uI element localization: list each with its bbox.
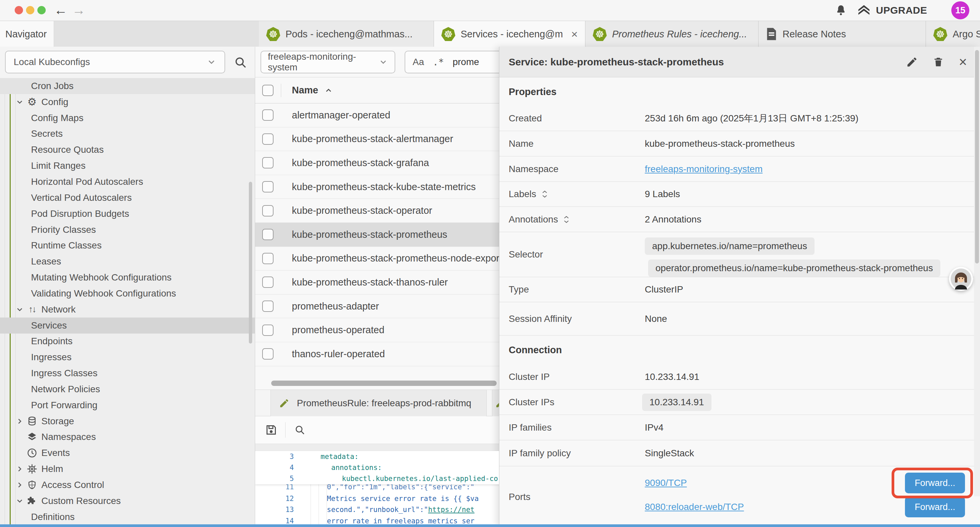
port-link[interactable]: 9090/TCP [645, 478, 687, 488]
line-number: 5 [255, 474, 305, 482]
sidebar-item-resource-quotas[interactable]: Resource Quotas [0, 142, 255, 158]
sidebar-item-services[interactable]: Services [0, 318, 255, 334]
horizontal-scrollbar[interactable] [255, 377, 499, 390]
traffic-light-close[interactable] [15, 6, 23, 14]
table-row[interactable]: kube-prometheus-stack-alertmanager [255, 127, 499, 151]
property-row-created: Created253d 16h 6m ago (2025年1月13日 GMT+8… [500, 106, 980, 131]
table-search-input[interactable]: Aa .* prome [405, 51, 499, 73]
sidebar-item-secrets[interactable]: Secrets [0, 126, 255, 142]
sidebar-item-horizontal-pod-autoscalers[interactable]: Horizontal Pod Autoscalers [0, 174, 255, 190]
sidebar-item-definitions[interactable]: Definitions [0, 509, 255, 525]
table-row[interactable]: kube-prometheus-stack-operator [255, 199, 499, 223]
kubeconfig-select[interactable]: Local Kubeconfigs [5, 51, 225, 73]
sidebar-item-access-control[interactable]: Access Control [0, 477, 255, 493]
editor-search-icon[interactable] [294, 424, 306, 436]
sidebar-item-helm[interactable]: Helm [0, 461, 255, 477]
assistant-avatar[interactable] [949, 267, 973, 291]
forward-button[interactable]: → [72, 3, 85, 18]
sidebar-item-validating-webhook-configurations[interactable]: Validating Webhook Configurations [0, 285, 255, 301]
row-checkbox[interactable] [262, 253, 274, 264]
upgrade-button[interactable]: UPGRADE [857, 3, 927, 18]
sidebar-item-storage[interactable]: Storage [0, 413, 255, 429]
traffic-light-maximize[interactable] [37, 6, 46, 14]
select-all-checkbox[interactable] [262, 85, 274, 96]
table-row[interactable]: kube-prometheus-stack-prometheus-node-ex… [255, 247, 499, 271]
sidebar-scrollbar[interactable] [249, 182, 252, 344]
sidebar-item-ingresses[interactable]: Ingresses [0, 349, 255, 365]
table-row[interactable]: thanos-ruler-operated [255, 342, 499, 366]
profile-badge[interactable]: 15 [951, 2, 969, 19]
sidebar-item-config-maps[interactable]: Config Maps [0, 110, 255, 126]
sidebar-item-priority-classes[interactable]: Priority Classes [0, 222, 255, 238]
sidebar-item-namespaces[interactable]: Namespaces [0, 429, 255, 445]
property-row-selector: Selectorapp.kubernetes.io/name=prometheu… [500, 232, 980, 277]
row-checkbox[interactable] [262, 229, 274, 240]
sidebar-item-events[interactable]: Events [0, 445, 255, 461]
sidebar-item-runtime-classes[interactable]: Runtime Classes [0, 237, 255, 253]
namespace-select[interactable]: freeleaps-monitoring-system [261, 51, 395, 73]
tab-close-icon[interactable]: × [568, 28, 578, 41]
property-link[interactable]: freeleaps-monitoring-system [645, 164, 762, 174]
line-number: 4 [255, 463, 305, 471]
edit-pencil-icon[interactable] [906, 56, 918, 68]
close-icon[interactable]: × [959, 55, 967, 69]
traffic-light-minimize[interactable] [26, 6, 34, 14]
sidebar-item-custom-resources[interactable]: Custom Resources [0, 493, 255, 509]
tab-prometheus[interactable]: ☸Prometheus Rules - icecheng... [585, 21, 759, 47]
tab-argo[interactable]: ☸Argo Se... [926, 21, 980, 47]
row-checkbox[interactable] [262, 110, 274, 121]
row-checkbox[interactable] [262, 157, 274, 169]
sort-icon[interactable] [563, 215, 570, 224]
tab-pods[interactable]: ☸Pods - icecheng@mathmas... [259, 21, 434, 47]
match-case-icon[interactable]: Aa [413, 57, 424, 67]
detail-scrollbar-thumb[interactable] [975, 50, 979, 263]
row-checkbox[interactable] [262, 134, 274, 145]
back-button[interactable]: ← [54, 3, 67, 18]
sidebar-item-network[interactable]: ↑↓Network [0, 301, 255, 318]
code-token: 0","for":"1m","labels":{"service":" [327, 484, 475, 491]
sidebar-item-cron-jobs[interactable]: Cron Jobs [0, 78, 255, 94]
tab-services[interactable]: ☸Services - icecheng@math...× [434, 21, 585, 47]
name-column-header[interactable]: Name [292, 85, 318, 96]
sidebar-item-port-forwarding[interactable]: Port Forwarding [0, 397, 255, 413]
sidebar-item-mutating-webhook-configurations[interactable]: Mutating Webhook Configurations [0, 269, 255, 285]
editor-tab-partial[interactable] [492, 390, 499, 416]
sidebar-item-limit-ranges[interactable]: Limit Ranges [0, 158, 255, 174]
table-row[interactable]: kube-prometheus-stack-kube-state-metrics [255, 175, 499, 199]
property-value: 10.233.14.91 [645, 372, 700, 382]
tab-release[interactable]: Release Notes [759, 21, 926, 47]
table-row[interactable]: kube-prometheus-stack-grafana [255, 151, 499, 175]
detail-scrollbar-track[interactable] [974, 47, 980, 496]
regex-icon[interactable]: .* [433, 57, 444, 68]
yaml-editor[interactable]: 3metadata:4annotations:5kubectl.kubernet… [255, 451, 499, 525]
navigator-panel-header[interactable]: Navigator [0, 21, 54, 47]
row-checkbox[interactable] [262, 181, 274, 193]
sort-ascending-icon[interactable] [324, 86, 333, 95]
sort-icon[interactable] [541, 190, 548, 199]
save-icon[interactable] [264, 423, 278, 436]
row-checkbox[interactable] [262, 301, 274, 312]
row-checkbox[interactable] [262, 325, 274, 336]
sidebar-search-icon[interactable] [234, 56, 248, 69]
sidebar-item-vertical-pod-autoscalers[interactable]: Vertical Pod Autoscalers [0, 190, 255, 206]
table-row[interactable]: prometheus-adapter [255, 295, 499, 318]
sidebar-item-ingress-classes[interactable]: Ingress Classes [0, 365, 255, 381]
sidebar-item-network-policies[interactable]: Network Policies [0, 381, 255, 397]
port-link[interactable]: 8080:reloader-web/TCP [645, 502, 744, 512]
delete-trash-icon[interactable] [932, 56, 944, 68]
table-row[interactable]: kube-prometheus-stack-thanos-ruler [255, 271, 499, 295]
editor-tab-prometheusrule[interactable]: PrometheusRule: freeleaps-prod-rabbitmq [270, 390, 487, 416]
sidebar-item-endpoints[interactable]: Endpoints [0, 334, 255, 350]
row-checkbox[interactable] [262, 205, 274, 217]
table-row[interactable]: prometheus-operated [255, 318, 499, 342]
sidebar-item-leases[interactable]: Leases [0, 253, 255, 269]
table-row[interactable]: kube-prometheus-stack-prometheus [255, 223, 499, 247]
notifications-bell-icon[interactable] [835, 4, 847, 17]
sidebar-item-pod-disruption-budgets[interactable]: Pod Disruption Budgets [0, 206, 255, 222]
forward-button[interactable]: Forward... [905, 497, 965, 517]
table-row[interactable]: alertmanager-operated [255, 103, 499, 127]
sidebar-item-config[interactable]: ⚙Config [0, 94, 255, 110]
hscroll-thumb[interactable] [271, 381, 497, 386]
row-checkbox[interactable] [262, 277, 274, 288]
row-checkbox[interactable] [262, 348, 274, 360]
